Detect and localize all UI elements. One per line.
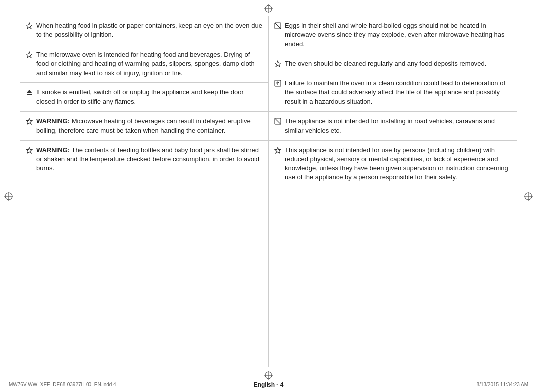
list-item: The oven should be cleaned regularly and… [269,54,517,74]
list-item: When heating food in plastic or paper co… [20,16,268,45]
footer-date-label: 8/13/2015 11:34:23 AM [477,382,528,387]
cell-text: WARNING: The contents of feeding bottles… [36,146,262,173]
right-column: Eggs in their shell and whole hard-boile… [268,16,517,367]
svg-rect-14 [27,94,32,95]
list-item: Eggs in their shell and whole hard-boile… [269,16,517,54]
list-item: The microwave oven is intended for heati… [20,45,268,83]
list-item: Failure to maintain the oven in a clean … [269,74,517,112]
svg-marker-25 [275,147,281,153]
reg-mark-bottom [264,370,273,380]
svg-marker-15 [26,90,32,93]
star-icon [274,60,282,68]
reg-mark-top [264,4,273,14]
footer-page-label: English - 4 [254,381,284,388]
star-icon [25,146,33,154]
svg-marker-17 [26,147,32,153]
list-item: WARNING: The contents of feeding bottles… [20,141,268,367]
warning-bold-2: WARNING: [36,146,70,154]
svg-line-19 [275,23,281,29]
star-icon [25,22,33,30]
footer-file-label: MW76V-WW_XEE_DE68-03927H-00_EN.indd 4 [9,382,116,387]
cell-text: WARNING: Microwave heating of beverages … [36,117,262,135]
star-icon [25,117,33,125]
no-entry-icon [274,22,282,30]
cell-text: Eggs in their shell and whole hard-boile… [285,21,511,49]
corner-mark-tl [5,5,14,14]
cell-text: The appliance is not intended for instal… [285,117,511,135]
list-item: WARNING: Microwave heating of beverages … [20,112,268,141]
cell-text: When heating food in plastic or paper co… [36,21,262,40]
list-item: If smoke is emitted, switch off or unplu… [20,83,268,112]
reg-mark-left [4,191,14,201]
reg-mark-right [523,191,533,201]
svg-marker-20 [275,61,281,67]
list-item: The appliance is not intended for instal… [269,112,517,141]
warning-bold: WARNING: [36,117,70,125]
arrow-icon [274,79,282,87]
corner-mark-bl [5,369,14,378]
no-entry-icon-2 [274,117,282,125]
cell-text: The oven should be cleaned regularly and… [285,59,511,68]
svg-marker-12 [26,23,32,29]
corner-mark-tr [523,5,532,14]
cell-text: This appliance is not intended for use b… [285,146,511,182]
cell-text: The microwave oven is intended for heati… [36,50,262,78]
left-column: When heating food in plastic or paper co… [20,16,268,367]
cell-text: If smoke is emitted, switch off or unplu… [36,88,262,106]
svg-marker-16 [26,118,32,124]
cell-text: Failure to maintain the oven in a clean … [285,79,511,106]
svg-line-24 [275,118,281,124]
content-area: When heating food in plastic or paper co… [20,16,517,367]
page: When heating food in plastic or paper co… [0,0,537,392]
star-icon [274,146,282,154]
eject-icon [25,88,33,96]
star-icon [25,51,33,59]
footer: MW76V-WW_XEE_DE68-03927H-00_EN.indd 4 En… [0,382,537,387]
corner-mark-br [523,369,532,378]
svg-marker-13 [26,52,32,58]
list-item: This appliance is not intended for use b… [269,141,517,367]
